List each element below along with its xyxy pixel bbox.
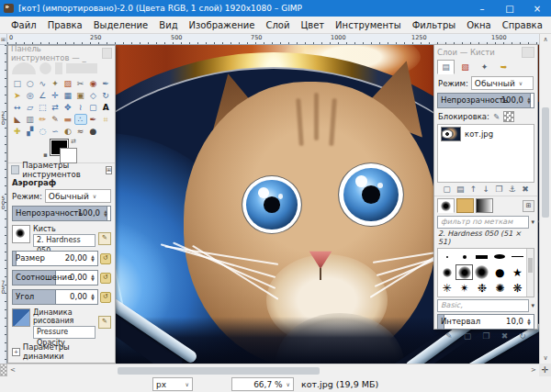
new-group-icon[interactable]: ▤ bbox=[456, 185, 465, 194]
size-slider[interactable]: Размер 20,00 ▲▼ bbox=[12, 251, 98, 266]
spinner-arrows-icon[interactable]: ▲▼ bbox=[525, 315, 533, 329]
brush-circle[interactable]: ● bbox=[491, 264, 509, 280]
refresh-brushes-icon[interactable]: ↻ bbox=[519, 331, 526, 341]
tool-gradient-icon[interactable]: ▥ bbox=[24, 114, 37, 125]
vertical-scroll-thumb[interactable] bbox=[542, 107, 549, 218]
brush-dot-tiny[interactable] bbox=[438, 249, 455, 264]
brush-splat-2[interactable]: ✴ bbox=[455, 281, 473, 297]
spinner-arrows-icon[interactable]: ▲▼ bbox=[525, 94, 533, 107]
default-colors-icon[interactable]: ▪ bbox=[43, 151, 48, 159]
tool-warp-icon[interactable]: ≀ bbox=[74, 102, 87, 113]
brush-name-field[interactable]: 2. Hardness 050 bbox=[33, 234, 96, 247]
tool-zoom-icon[interactable]: ◎ bbox=[24, 90, 37, 101]
layers-tab-icon[interactable]: ▤ bbox=[437, 60, 455, 74]
dynamics-name-field[interactable]: Pressure Opacity bbox=[33, 326, 96, 339]
brush-block[interactable] bbox=[473, 249, 490, 264]
menu-view[interactable]: Вид bbox=[153, 20, 183, 30]
tool-options-header[interactable]: Параметры инструментов ⊞ bbox=[8, 162, 115, 176]
lock-paint-icon[interactable]: ✎ bbox=[493, 112, 500, 121]
menu-color[interactable]: Цвет bbox=[295, 20, 330, 30]
tool-move-icon[interactable]: ✛ bbox=[49, 90, 62, 101]
tool-bucket-fill-icon[interactable]: ◣ bbox=[11, 114, 24, 125]
brush-ellipse[interactable] bbox=[491, 249, 509, 264]
layers-dock-header[interactable]: Слои — Кисти bbox=[434, 45, 537, 59]
layer-opacity-slider[interactable]: Непрозрачность 100,0 ▲▼ bbox=[437, 93, 534, 108]
tool-mypaint-brush-icon[interactable]: ≈ bbox=[74, 126, 87, 137]
tool-rotate-icon[interactable]: ↻ bbox=[99, 90, 112, 101]
new-layer-icon[interactable]: ▢ bbox=[443, 185, 451, 194]
angle-slider[interactable]: Угол 0,00 ▲▼ bbox=[12, 289, 98, 305]
tool-handle-transform-icon[interactable]: ✥ bbox=[62, 102, 74, 113]
add-tab-icon[interactable]: ⊞ bbox=[523, 200, 534, 212]
tool-perspective-clone-icon[interactable]: ▞ bbox=[24, 126, 37, 137]
spinner-arrows-icon[interactable]: ▲▼ bbox=[89, 252, 96, 265]
tool-shear-icon[interactable]: ▱ bbox=[24, 102, 37, 113]
tool-color-picker-icon[interactable]: ➤ bbox=[11, 90, 24, 101]
ruler-corner-icon[interactable]: ⊞ bbox=[0, 34, 7, 45]
patterns-tab-icon[interactable] bbox=[456, 198, 474, 213]
dynamics-options-expander[interactable]: + Параметры динамики bbox=[8, 341, 115, 363]
menu-windows[interactable]: Окна bbox=[461, 20, 497, 30]
navigation-cross-icon[interactable]: ✛ bbox=[539, 364, 551, 376]
dynamics-thumbnail[interactable] bbox=[12, 308, 30, 327]
brush-splat-4[interactable]: ✺ bbox=[491, 281, 509, 297]
tool-dodge-burn-icon[interactable]: ◐ bbox=[62, 126, 74, 137]
duplicate-layer-icon[interactable]: ❐ bbox=[495, 185, 502, 194]
edit-brush-icon[interactable]: ✎ bbox=[98, 232, 111, 245]
edit-brush-icon[interactable]: ✎ bbox=[445, 331, 453, 341]
tool-rectangle-select-icon[interactable]: □ bbox=[11, 78, 24, 89]
tool-airbrush-icon[interactable]: ∴ bbox=[74, 114, 87, 125]
reset-aspect-icon[interactable]: ↺ bbox=[100, 273, 111, 284]
brushes-tab-icon[interactable] bbox=[437, 198, 455, 213]
tool-ellipse-select-icon[interactable]: ○ bbox=[24, 78, 37, 89]
tool-perspective-icon[interactable]: ⬚ bbox=[37, 102, 50, 113]
tool-ink-icon[interactable]: ✒ bbox=[87, 114, 100, 125]
lock-alpha-icon[interactable] bbox=[503, 111, 514, 122]
vertical-scrollbar[interactable]: ∧ ∨ bbox=[539, 34, 551, 364]
brush-soft-025[interactable] bbox=[438, 264, 455, 280]
tool-flip-icon[interactable]: ⇄ bbox=[49, 102, 62, 113]
tool-scissors-select-icon[interactable]: ✂ bbox=[74, 78, 87, 89]
brush-splat-5[interactable]: ❋ bbox=[509, 281, 526, 297]
horizontal-scrollbar[interactable]: < > bbox=[7, 364, 539, 376]
tool-crop-icon[interactable]: ▣ bbox=[74, 90, 87, 101]
tool-paint-select-icon[interactable]: ● bbox=[87, 126, 100, 137]
unit-select[interactable]: px ∨ bbox=[152, 377, 193, 391]
vertical-ruler[interactable]: 250500750 bbox=[0, 45, 7, 364]
lower-layer-icon[interactable]: ↓ bbox=[483, 185, 490, 194]
scroll-right-icon[interactable]: > bbox=[528, 364, 539, 376]
new-brush-icon[interactable]: ▢ bbox=[464, 331, 472, 341]
tool-cage-transform-icon[interactable]: ▢ bbox=[87, 102, 100, 113]
menu-layer[interactable]: Слой bbox=[260, 20, 295, 30]
maximize-button[interactable]: □ bbox=[496, 0, 523, 17]
close-button[interactable]: × bbox=[523, 0, 551, 17]
menu-select[interactable]: Выделение bbox=[88, 20, 154, 30]
anchor-layer-icon[interactable]: ⚓ bbox=[509, 185, 516, 194]
raise-layer-icon[interactable]: ↑ bbox=[470, 185, 478, 194]
horizontal-scroll-thumb[interactable] bbox=[118, 367, 320, 375]
duplicate-brush-icon[interactable]: ❐ bbox=[482, 331, 489, 341]
tool-paths-icon[interactable]: ✒ bbox=[99, 78, 112, 89]
brush-grid-scrollbar[interactable] bbox=[526, 249, 534, 297]
menu-file[interactable]: Файл bbox=[6, 20, 42, 30]
aspect-ratio-slider[interactable]: Соотношение сторон 0,00 ▲▼ bbox=[12, 270, 98, 286]
scroll-down-icon[interactable]: ∨ bbox=[540, 353, 551, 364]
tool-align-icon[interactable]: ▦ bbox=[62, 90, 74, 101]
tool-free-select-icon[interactable]: ∿ bbox=[37, 78, 50, 89]
scroll-up-icon[interactable]: ∧ bbox=[540, 34, 551, 45]
tool-pencil-icon[interactable]: ✏ bbox=[37, 114, 50, 125]
gradients-tab-icon[interactable] bbox=[476, 198, 493, 213]
tool-options-menu-icon[interactable]: ⊞ bbox=[106, 166, 112, 174]
menu-image[interactable]: Изображение bbox=[184, 20, 261, 30]
tool-scale-icon[interactable]: ↔ bbox=[11, 102, 24, 113]
brush-hardness-050[interactable] bbox=[455, 264, 473, 280]
paint-mode-select[interactable]: Обычный ∨ bbox=[45, 189, 111, 203]
history-tab-icon[interactable]: ➥ bbox=[495, 60, 512, 74]
brushes-tab-icon[interactable]: ▧ bbox=[456, 60, 474, 74]
spinner-arrows-icon[interactable]: ▲▼ bbox=[89, 290, 96, 304]
opacity-slider[interactable]: Непрозрачность 100,0 ▲▼ bbox=[12, 206, 111, 221]
tool-eraser-icon[interactable]: ▬ bbox=[62, 114, 74, 125]
delete-brush-icon[interactable]: ✖ bbox=[501, 331, 509, 341]
menu-tools[interactable]: Инструменты bbox=[330, 20, 407, 30]
edit-dynamics-icon[interactable]: ✎ bbox=[98, 316, 111, 329]
